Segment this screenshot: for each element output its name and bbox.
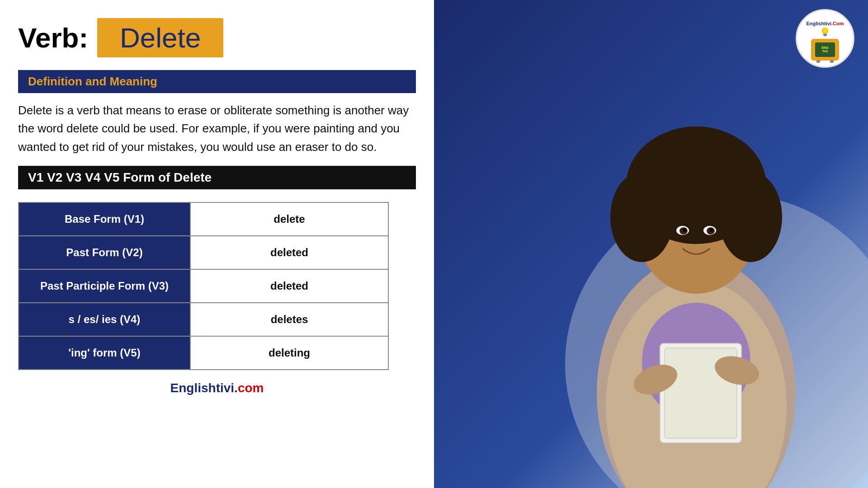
verb-word-box: Delete xyxy=(97,18,223,57)
forms-heading-box: V1 V2 V3 V4 V5 Form of Delete xyxy=(18,166,416,189)
student-svg xyxy=(538,54,854,488)
cell-label-5: 'ing' form (V5) xyxy=(19,336,190,370)
right-panel: Englishtivi.Com ✦ ENGTiVi xyxy=(434,0,868,488)
brand-red: com xyxy=(238,381,264,395)
verb-label: Verb: xyxy=(18,22,88,54)
cell-value-5: deleting xyxy=(190,336,388,370)
student-image xyxy=(434,0,868,488)
svg-point-16 xyxy=(710,228,713,232)
logo-tv-text: ENGTiVi xyxy=(821,46,828,53)
logo-circle: Englishtivi.Com ✦ ENGTiVi xyxy=(796,9,854,68)
verb-forms-table: Base Form (V1)deletePast Form (V2)delete… xyxy=(18,202,389,370)
table-row: 'ing' form (V5)deleting xyxy=(19,336,388,370)
logo-tv: ENGTiVi xyxy=(811,39,839,61)
forms-heading: V1 V2 V3 V4 V5 Form of Delete xyxy=(28,170,212,184)
cell-label-3: Past Participle Form (V3) xyxy=(19,269,190,303)
cell-value-4: deletes xyxy=(190,303,388,336)
verb-title: Verb: Delete xyxy=(18,18,416,57)
table-row: Past Participle Form (V3)deleted xyxy=(19,269,388,303)
table-row: Past Form (V2)deleted xyxy=(19,236,388,269)
svg-point-10 xyxy=(701,145,755,208)
cell-value-3: deleted xyxy=(190,269,388,303)
footer-brand: Englishtivi.com xyxy=(18,381,416,395)
cell-label-2: Past Form (V2) xyxy=(19,236,190,269)
table-row: s / es/ ies (V4)deletes xyxy=(19,303,388,336)
logo-tv-screen: ENGTiVi xyxy=(815,42,835,57)
cell-label-1: Base Form (V1) xyxy=(19,202,190,236)
cell-value-2: deleted xyxy=(190,236,388,269)
definition-text: Delete is a verb that means to erase or … xyxy=(18,101,416,156)
brand-dark: Englishtivi. xyxy=(170,381,238,395)
logo-bulb: ✦ xyxy=(822,28,828,36)
svg-point-15 xyxy=(683,228,686,232)
verb-word: Delete xyxy=(120,22,201,53)
table-row: Base Form (V1)delete xyxy=(19,202,388,236)
cell-value-1: delete xyxy=(190,202,388,236)
left-panel: Verb: Delete Definition and Meaning Dele… xyxy=(0,0,434,488)
svg-point-9 xyxy=(637,145,692,208)
definition-heading: Definition and Meaning xyxy=(28,75,157,88)
cell-label-4: s / es/ ies (V4) xyxy=(19,303,190,336)
definition-heading-box: Definition and Meaning xyxy=(18,70,416,93)
